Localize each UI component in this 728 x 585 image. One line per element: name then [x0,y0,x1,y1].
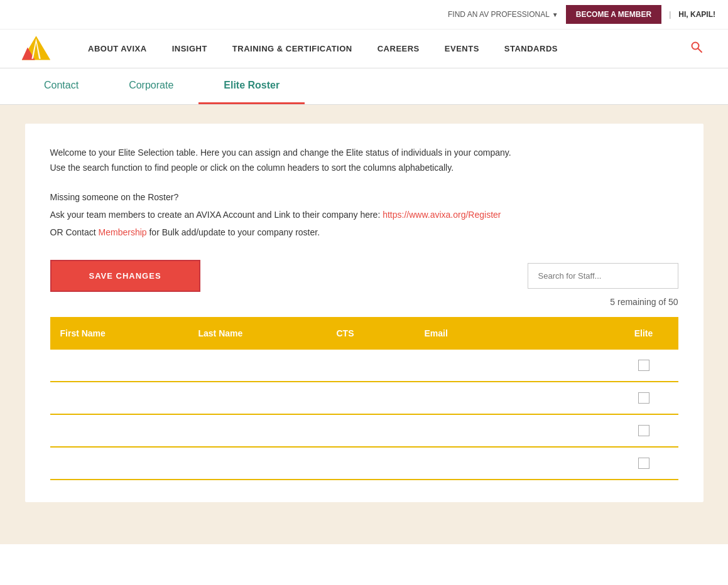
main-content-area: Welcome to your Elite Selection table. H… [0,105,728,544]
content-card: Welcome to your Elite Selection table. H… [25,124,704,502]
nav-item-insight[interactable]: INSIGHT [160,33,220,65]
tabs-container: Contact Corporate Elite Roster [0,68,728,105]
find-av-label: FIND AN AV PROFESSIONAL [448,10,550,19]
remaining-count: 5 remaining of 50 [50,297,678,307]
avixa-logo[interactable] [19,31,57,66]
tab-contact[interactable]: Contact [19,68,104,104]
user-greeting: HI, KAPIL! [678,10,715,19]
cell-firstname-3 [50,414,188,447]
find-av-professional[interactable]: FIND AN AV PROFESSIONAL ▼ [448,10,558,19]
svg-line-4 [698,48,702,52]
top-bar: FIND AN AV PROFESSIONAL ▼ BECOME A MEMBE… [0,0,728,30]
membership-link[interactable]: Membership [99,227,147,237]
table-body [50,350,678,480]
cell-cts-3 [327,414,415,447]
table-header: First Name Last Name CTS Email Elite [50,317,678,350]
col-header-cts[interactable]: CTS [327,317,415,350]
cell-firstname-1 [50,350,188,382]
become-member-button[interactable]: BECOME A MEMBER [566,5,661,24]
main-nav: ABOUT AVIXA INSIGHT TRAINING & CERTIFICA… [0,30,728,68]
missing-section: Missing someone on the Roster? Ask your … [50,188,678,241]
nav-item-events[interactable]: EVENTS [432,33,492,65]
cell-cts-2 [327,382,415,414]
search-icon[interactable] [684,30,709,68]
top-bar-separator: | [669,10,671,19]
roster-table: First Name Last Name CTS Email Elite [50,317,678,480]
cell-elite-4 [609,447,678,480]
nav-item-about[interactable]: ABOUT AVIXA [75,33,160,65]
nav-items-list: ABOUT AVIXA INSIGHT TRAINING & CERTIFICA… [75,33,684,65]
missing-label: Missing someone on the Roster? [50,188,678,206]
col-header-email[interactable]: Email [415,317,609,350]
ask-label-row: Ask your team members to create an AVIXA… [50,206,678,223]
actions-row: SAVE CHANGES [50,260,678,292]
nav-item-training[interactable]: TRAINING & CERTIFICATION [220,33,365,65]
col-header-elite[interactable]: Elite [609,317,678,350]
nav-item-standards[interactable]: STANDARDS [492,33,570,65]
cell-firstname-2 [50,382,188,414]
cell-elite-1 [609,350,678,382]
or-contact-row: OR Contact Membership for Bulk add/updat… [50,223,678,241]
nav-item-careers[interactable]: CAREERS [365,33,432,65]
cell-cts-4 [327,447,415,480]
cell-lastname-1 [188,350,327,382]
cell-lastname-3 [188,414,327,447]
cell-email-1 [415,350,609,382]
cell-lastname-4 [188,447,327,480]
cell-email-2 [415,382,609,414]
elite-checkbox-3[interactable] [638,425,649,436]
elite-checkbox-2[interactable] [638,392,649,404]
find-av-arrow-icon: ▼ [552,11,558,18]
table-row [50,382,678,414]
search-staff-input[interactable] [528,263,678,289]
cell-elite-2 [609,382,678,414]
tab-corporate[interactable]: Corporate [104,68,198,104]
intro-paragraph-1: Welcome to your Elite Selection table. H… [50,146,678,176]
cell-lastname-2 [188,382,327,414]
register-link[interactable]: https://www.avixa.org/Register [383,210,501,220]
col-header-firstname[interactable]: First Name [50,317,188,350]
save-changes-button[interactable]: SAVE CHANGES [50,260,200,292]
table-row [50,414,678,447]
table-row [50,350,678,382]
cell-cts-1 [327,350,415,382]
col-header-lastname[interactable]: Last Name [188,317,327,350]
cell-firstname-4 [50,447,188,480]
elite-checkbox-1[interactable] [638,360,649,371]
table-row [50,447,678,480]
cell-elite-3 [609,414,678,447]
cell-email-3 [415,414,609,447]
tab-elite-roster[interactable]: Elite Roster [198,68,305,104]
elite-checkbox-4[interactable] [638,458,649,469]
cell-email-4 [415,447,609,480]
